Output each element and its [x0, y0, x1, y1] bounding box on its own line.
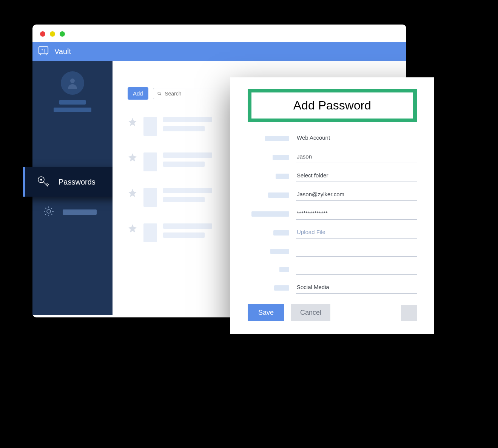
item-thumb-placeholder [143, 188, 157, 207]
upload-file-input[interactable]: Upload File [296, 227, 417, 239]
app-title: Vault [54, 47, 71, 56]
svg-point-8 [158, 92, 160, 94]
close-window-icon[interactable] [40, 31, 45, 37]
item-subtitle-placeholder [163, 126, 205, 131]
item-subtitle-placeholder [163, 197, 205, 202]
panel-title: Add Password [251, 99, 413, 112]
minimize-window-icon[interactable] [50, 31, 55, 37]
star-icon[interactable] [128, 223, 137, 235]
sidebar-item-label: Passwords [59, 178, 96, 186]
key-icon [36, 174, 51, 189]
field-upload: Upload File [248, 227, 417, 239]
user-profile-block[interactable] [54, 71, 91, 112]
search-input[interactable] [165, 91, 228, 97]
svg-point-7 [47, 209, 51, 213]
sidebar: Passwords [32, 61, 113, 315]
field-email: Jason@zylker.com [248, 189, 417, 201]
item-title-placeholder [163, 188, 212, 193]
item-thumb-placeholder [143, 223, 157, 242]
user-name-placeholder [59, 100, 86, 105]
extra-input-1[interactable] [296, 246, 417, 257]
item-thumb-placeholder [143, 117, 157, 136]
add-button[interactable]: Add [128, 87, 148, 100]
extra-input-2[interactable] [296, 264, 417, 275]
app-header: *| Vault [32, 42, 406, 61]
field-account-type: Web Account [248, 133, 417, 144]
field-folder: Select folder [248, 171, 417, 182]
panel-title-highlight: Add Password [248, 89, 417, 122]
field-password: ************** [248, 208, 417, 220]
account-type-input[interactable]: Web Account [296, 133, 417, 144]
traffic-lights [32, 25, 406, 42]
password-input[interactable]: ************** [296, 208, 417, 220]
search-icon [157, 91, 162, 96]
field-label-placeholder [274, 285, 289, 291]
gear-icon [42, 205, 55, 219]
maximize-window-icon[interactable] [60, 31, 65, 37]
item-title-placeholder [163, 152, 212, 158]
vault-app-icon: *| [38, 45, 49, 58]
add-password-panel: Add Password Web Account Jason Select fo… [230, 77, 434, 334]
extra-action-button[interactable] [401, 305, 417, 321]
sidebar-label-placeholder [63, 209, 97, 215]
field-extra-1 [248, 246, 417, 257]
field-label-placeholder [273, 230, 289, 236]
item-title-placeholder [163, 223, 212, 229]
sidebar-item-settings[interactable] [32, 199, 113, 225]
item-thumb-placeholder [143, 152, 157, 171]
item-subtitle-placeholder [163, 162, 205, 167]
item-subtitle-placeholder [163, 232, 205, 238]
folder-select[interactable]: Select folder [296, 171, 417, 182]
field-label-placeholder [270, 249, 289, 254]
cancel-button[interactable]: Cancel [291, 304, 330, 321]
search-box[interactable] [153, 88, 232, 99]
avatar-icon [61, 71, 84, 95]
field-label-placeholder [265, 136, 289, 141]
svg-point-4 [70, 79, 75, 83]
svg-line-9 [160, 94, 161, 95]
item-title-placeholder [163, 117, 212, 122]
svg-point-6 [40, 179, 42, 181]
star-icon[interactable] [128, 152, 137, 164]
name-input[interactable]: Jason [296, 152, 417, 163]
tag-input[interactable]: Social Media [296, 282, 417, 294]
field-label-placeholder [268, 192, 289, 198]
field-label-placeholder [251, 211, 289, 217]
field-label-placeholder [276, 174, 289, 179]
email-input[interactable]: Jason@zylker.com [296, 189, 417, 201]
panel-actions: Save Cancel [248, 304, 417, 321]
svg-text:*|: *| [41, 48, 46, 53]
field-tag: Social Media [248, 282, 417, 294]
field-label-placeholder [273, 155, 289, 160]
sidebar-item-passwords[interactable]: Passwords [23, 167, 122, 197]
save-button[interactable]: Save [248, 304, 284, 321]
star-icon[interactable] [128, 188, 137, 199]
field-extra-2 [248, 264, 417, 275]
star-icon[interactable] [128, 117, 137, 128]
user-email-placeholder [54, 108, 91, 112]
field-label-placeholder [279, 267, 289, 272]
field-name: Jason [248, 152, 417, 163]
